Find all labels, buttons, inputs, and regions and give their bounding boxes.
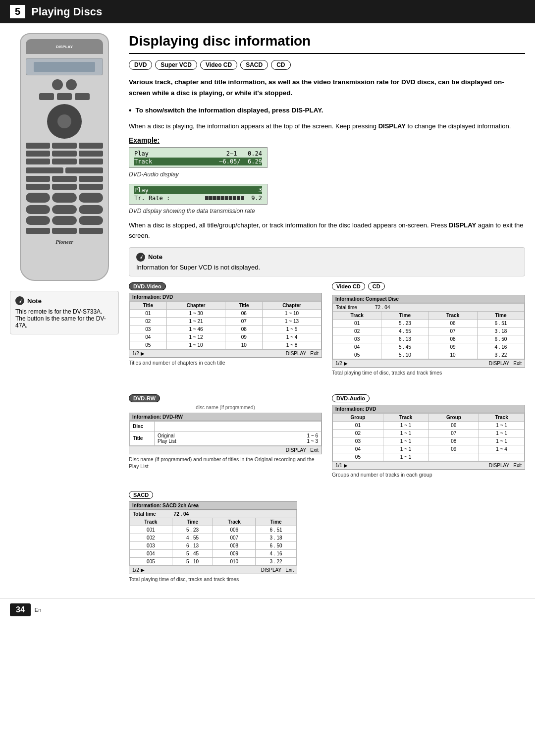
display-row-trrate: Tr. Rate : 9.2 bbox=[134, 194, 262, 202]
remote-small-btn-19 bbox=[26, 216, 50, 225]
page-number: 34 bbox=[10, 603, 31, 616]
remote-long-btn-4 bbox=[52, 193, 76, 203]
dvd-video-footer: 1/2 ▶ DISPLAY Exit bbox=[129, 349, 321, 357]
table-row: 055 . 10103 . 22 bbox=[333, 351, 525, 359]
video-cd-badge: Video CD bbox=[332, 282, 365, 290]
dvd-audio-data-table: Group Track Group Track 011 ~ 1061 ~ 1 bbox=[332, 413, 525, 461]
cd-badge: CD bbox=[368, 282, 385, 290]
remote-long-btn-row-2 bbox=[26, 193, 103, 203]
display-progress: 9.2 bbox=[205, 195, 262, 202]
badge-cd: CD bbox=[271, 60, 290, 70]
table-row: 0024 . 550073 . 18 bbox=[130, 534, 297, 542]
remote-btn-1 bbox=[52, 79, 63, 90]
remote-small-btn-4 bbox=[26, 151, 50, 157]
remote-small-btn-11 bbox=[52, 176, 76, 182]
video-cd-table-header: Information: Compact Disc bbox=[332, 295, 525, 303]
remote-long-btn-3 bbox=[26, 193, 50, 203]
remote-btn-row-2 bbox=[26, 93, 103, 100]
cd-col-track2: Track bbox=[428, 311, 477, 319]
dvd-rw-data-table: Disc Title Original 1 ~ 6 bbox=[129, 421, 321, 446]
video-cd-badges: Video CD CD bbox=[332, 282, 525, 293]
sacd-caption: Total playing time of disc, tracks and t… bbox=[129, 576, 525, 583]
da-col-track1: Track bbox=[383, 413, 428, 421]
dvd-video-data-table: Title Chapter Title Chapter 011 ~ 30061 … bbox=[129, 301, 321, 349]
table-row: 011 ~ 30061 ~ 10 bbox=[130, 309, 321, 317]
remote-small-btn-18 bbox=[79, 205, 103, 214]
total-time-row: Total time 72 . 04 bbox=[333, 303, 525, 311]
example-label: Example: bbox=[129, 136, 525, 144]
cd-footer-page: 1/2 ▶ bbox=[335, 361, 348, 366]
sacd-total-time-row: Total time 72 . 04 bbox=[130, 510, 297, 518]
video-cd-footer: 1/2 ▶ DISPLAY Exit bbox=[332, 359, 525, 367]
disc-name-field bbox=[155, 421, 321, 431]
badge-super-vcd: Super VCD bbox=[155, 60, 197, 70]
table-row: Title Original 1 ~ 6 Play List 1 ~ 3 bbox=[130, 431, 321, 445]
sacd-col-track2: Track bbox=[213, 518, 256, 526]
progress-bar bbox=[205, 196, 244, 200]
remote-small-btn-15 bbox=[79, 184, 103, 190]
page-header: 5 Playing Discs bbox=[0, 0, 535, 23]
remote-dpad-center bbox=[57, 114, 71, 128]
note-header-left: 𝒾 Note bbox=[15, 296, 113, 305]
sacd-col-track1: Track bbox=[130, 518, 172, 526]
sacd-section: SACD Information: SACD 2ch Area Total ti… bbox=[129, 491, 525, 583]
badge-sacd: SACD bbox=[240, 60, 268, 70]
remote-btn-group-3 bbox=[26, 205, 103, 225]
remote-small-btn-9 bbox=[79, 159, 103, 164]
remote-long-btn-7 bbox=[52, 228, 76, 234]
table-row: 041 ~ 12091 ~ 4 bbox=[130, 333, 321, 341]
remote-small-btn-10 bbox=[26, 176, 50, 182]
remote-long-btn-2 bbox=[65, 167, 103, 173]
display-caption-1: DVD-Audio display bbox=[129, 171, 525, 178]
table-row: 011 ~ 1061 ~ 1 bbox=[333, 421, 525, 429]
display-label-trrate: Tr. Rate : bbox=[134, 195, 170, 202]
table-row: 031 ~ 1081 ~ 1 bbox=[333, 437, 525, 445]
sacd-footer-btns: DISPLAY Exit bbox=[261, 567, 294, 573]
bullet-dot: • bbox=[129, 105, 132, 116]
sacd-badge: SACD bbox=[129, 491, 153, 499]
video-cd-caption: Total playing time of disc, tracks and t… bbox=[332, 369, 525, 377]
dvd-video-panel: DVD-Video Information: DVD Title Chapter… bbox=[129, 282, 322, 377]
remote-btn-row-1 bbox=[26, 79, 103, 90]
remote-small-btn-7 bbox=[26, 159, 50, 164]
table-row: 024 . 55073 . 18 bbox=[333, 327, 525, 335]
original-range: 1 ~ 6 bbox=[307, 433, 318, 438]
cd-footer-btns: DISPLAY Exit bbox=[489, 361, 522, 366]
chapter-title: Playing Discs bbox=[31, 5, 102, 18]
dvd-rw-table-header: Information: DVD-RW bbox=[129, 413, 321, 421]
dvd-col-chapter1: Chapter bbox=[166, 301, 225, 309]
table-row: 0015 . 230066 . 51 bbox=[130, 526, 297, 534]
remote-dpad bbox=[47, 104, 82, 139]
dvd-rw-footer-btns: DISPLAY Exit bbox=[286, 447, 319, 453]
remote-small-btn-14 bbox=[52, 184, 76, 190]
dvd-rw-badge: DVD-RW bbox=[129, 394, 160, 402]
intro-text: Various track, chapter and title informa… bbox=[129, 77, 525, 98]
remote-btn-2 bbox=[66, 79, 77, 90]
original-label: Original bbox=[158, 433, 174, 438]
bullet-point: • To show/switch the information display… bbox=[129, 105, 525, 116]
display-val-track-1: –6.05/ 6.29 bbox=[219, 158, 262, 165]
display-label-play-1: Play bbox=[134, 150, 149, 157]
sacd-table: Information: SACD 2ch Area Total time 72… bbox=[129, 501, 297, 574]
remote-small-btn-12 bbox=[79, 176, 103, 182]
dvd-rw-footer: DISPLAY Exit bbox=[129, 446, 321, 454]
info-section: DVD-Video Information: DVD Title Chapter… bbox=[129, 282, 525, 486]
remote-small-btn-2 bbox=[52, 143, 76, 149]
note-icon-1: 𝒾 bbox=[136, 253, 145, 262]
da-col-group1: Group bbox=[333, 413, 383, 421]
remote-screen bbox=[26, 58, 103, 75]
cd-col-track1: Track bbox=[333, 311, 381, 319]
note-text-left: This remote is for the DV-S733A. The but… bbox=[15, 308, 113, 329]
remote-small-btn-16 bbox=[26, 205, 50, 214]
table-row: 015 . 23066 . 51 bbox=[333, 319, 525, 327]
badge-video-cd: Video CD bbox=[200, 60, 237, 70]
remote-long-btn-8 bbox=[79, 228, 103, 234]
display-row-track-1: Track –6.05/ 6.29 bbox=[134, 158, 262, 165]
remote-top-label: DISPLAY bbox=[26, 39, 103, 54]
remote-small-btn-13 bbox=[26, 184, 50, 190]
sacd-footer: 1/2 ▶ DISPLAY Exit bbox=[129, 566, 297, 574]
da-col-track2: Track bbox=[479, 413, 525, 421]
table-row: 045 . 45094 . 16 bbox=[333, 343, 525, 351]
remote-long-btn-1 bbox=[26, 167, 63, 173]
remote-rect-btn-1 bbox=[39, 93, 54, 100]
